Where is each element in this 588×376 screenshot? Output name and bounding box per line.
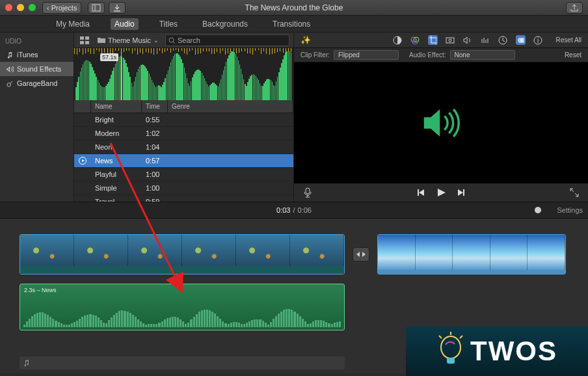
- crop-icon[interactable]: [428, 35, 438, 45]
- audio-browser: Theme Music ⌄ Search 57.1s Name Time Gen…: [74, 33, 294, 202]
- preview-display[interactable]: [294, 62, 588, 183]
- tab-my-media[interactable]: My Media: [52, 18, 94, 30]
- column-header-genre[interactable]: Genre: [168, 100, 293, 113]
- sound-wave-icon: [7, 66, 14, 73]
- playback-controls: [294, 183, 588, 202]
- browser-folder-dropdown[interactable]: Theme Music ⌄: [98, 36, 159, 44]
- lightbulb-icon: [436, 332, 465, 371]
- clip-name: Travel: [91, 195, 142, 202]
- reset-button[interactable]: Reset: [565, 51, 581, 59]
- download-icon: [113, 4, 121, 12]
- clip-genre: [168, 185, 293, 191]
- clip-genre: [168, 172, 293, 177]
- add-transition-button[interactable]: [353, 247, 369, 262]
- reset-all-button[interactable]: Reset All: [556, 36, 581, 44]
- settings-button[interactable]: Settings: [557, 206, 583, 214]
- table-row[interactable]: News0:57: [74, 154, 293, 168]
- import-button[interactable]: [109, 2, 126, 14]
- clip-filter-dropdown[interactable]: Flipped: [334, 50, 399, 60]
- color-balance-icon[interactable]: [393, 35, 403, 45]
- share-button[interactable]: [566, 2, 583, 14]
- video-clip-1[interactable]: [20, 234, 345, 275]
- list-view-toggle[interactable]: [78, 34, 91, 46]
- sidebar-item-label: GarageBand: [17, 79, 57, 87]
- svg-rect-5: [85, 36, 89, 40]
- table-row[interactable]: Simple1:00: [74, 181, 293, 195]
- folder-label: Theme Music: [108, 36, 151, 44]
- total-time: 0:06: [298, 206, 312, 214]
- search-icon: [168, 37, 176, 44]
- background-music-well[interactable]: [20, 356, 345, 369]
- clip-name: Simple: [91, 181, 142, 195]
- tab-backgrounds[interactable]: Backgrounds: [198, 18, 252, 30]
- table-row[interactable]: Bright0:55: [74, 113, 293, 127]
- video-clip-2[interactable]: [377, 234, 566, 275]
- audio-effect-dropdown[interactable]: None: [450, 50, 515, 60]
- volume-icon[interactable]: [463, 35, 473, 45]
- tab-audio[interactable]: Audio: [111, 18, 139, 30]
- audio-clip-news[interactable]: 2.3s – News: [20, 284, 345, 330]
- table-row[interactable]: Travel0:59: [74, 195, 293, 202]
- sidebar-item-garageband[interactable]: GarageBand: [0, 76, 74, 90]
- clip-filter-effects-icon[interactable]: [516, 35, 526, 45]
- zoom-slider-handle[interactable]: [535, 207, 541, 213]
- column-header-name[interactable]: Name: [91, 100, 142, 113]
- projects-label: Projects: [51, 4, 77, 12]
- sidebar-item-sound-effects[interactable]: Sound Effects: [0, 62, 74, 76]
- chevron-left-icon: ‹: [47, 4, 49, 12]
- svg-line-19: [503, 40, 505, 42]
- table-row[interactable]: Modern1:02: [74, 127, 293, 141]
- noise-reduction-icon[interactable]: [481, 35, 490, 45]
- color-correction-icon[interactable]: [410, 35, 420, 45]
- tab-transitions[interactable]: Transitions: [269, 18, 314, 30]
- info-icon[interactable]: i: [533, 35, 543, 45]
- clip-time: 0:55: [142, 113, 168, 126]
- svg-point-26: [441, 336, 461, 358]
- column-header-time[interactable]: Time: [142, 100, 168, 113]
- current-time: 0:03: [276, 206, 290, 214]
- svg-line-9: [173, 42, 175, 44]
- table-row[interactable]: Playful1:00: [74, 168, 293, 181]
- audio-effect-label: Audio Effect:: [409, 51, 446, 59]
- watermark-overlay: TWOS: [406, 327, 588, 376]
- tab-titles[interactable]: Titles: [155, 18, 181, 30]
- clip-name: Playful: [91, 168, 142, 181]
- audio-clip-table: Name Time Genre Bright0:55Modern1:02Neon…: [74, 100, 293, 202]
- svg-rect-7: [85, 41, 89, 44]
- sidebar-item-itunes[interactable]: iTunes: [0, 47, 74, 62]
- clip-genre: [168, 131, 293, 136]
- fullscreen-icon[interactable]: [570, 188, 579, 197]
- back-to-projects-button[interactable]: ‹ Projects: [42, 2, 81, 14]
- speed-icon[interactable]: [498, 35, 508, 45]
- svg-line-28: [439, 336, 442, 338]
- svg-point-8: [169, 38, 174, 42]
- previous-button[interactable]: [416, 188, 425, 197]
- svg-rect-24: [306, 188, 310, 194]
- play-button[interactable]: [436, 187, 446, 198]
- audio-waveform-preview[interactable]: 57.1s: [74, 48, 293, 100]
- watermark-text: TWOS: [470, 336, 557, 367]
- stabilization-icon[interactable]: [446, 35, 455, 45]
- minimize-window-icon[interactable]: [17, 4, 24, 11]
- table-row[interactable]: Neon1:04: [74, 141, 293, 154]
- search-input[interactable]: Search: [165, 34, 289, 46]
- magic-wand-icon[interactable]: ✨: [301, 35, 311, 45]
- close-window-icon[interactable]: [5, 4, 12, 11]
- microphone-icon[interactable]: [303, 187, 312, 198]
- svg-line-3: [10, 81, 13, 83]
- preview-time-tag: 57.1s: [100, 53, 118, 61]
- svg-text:i: i: [537, 37, 539, 44]
- time-scrubber[interactable]: 0:03 / 0:06 Settings: [0, 202, 588, 219]
- svg-rect-4: [80, 36, 84, 40]
- play-icon[interactable]: [79, 157, 87, 165]
- playhead-cursor[interactable]: [121, 48, 122, 100]
- next-button[interactable]: [457, 188, 466, 197]
- clip-name: Neon: [91, 141, 142, 154]
- clip-time: 1:00: [142, 168, 168, 181]
- table-header-row: Name Time Genre: [74, 100, 293, 113]
- zoom-window-icon[interactable]: [29, 4, 36, 11]
- library-toggle-button[interactable]: [88, 2, 105, 14]
- svg-rect-15: [446, 38, 454, 43]
- audio-sources-sidebar: UDIO iTunes Sound Effects GarageBand: [0, 33, 74, 202]
- svg-point-16: [449, 39, 451, 42]
